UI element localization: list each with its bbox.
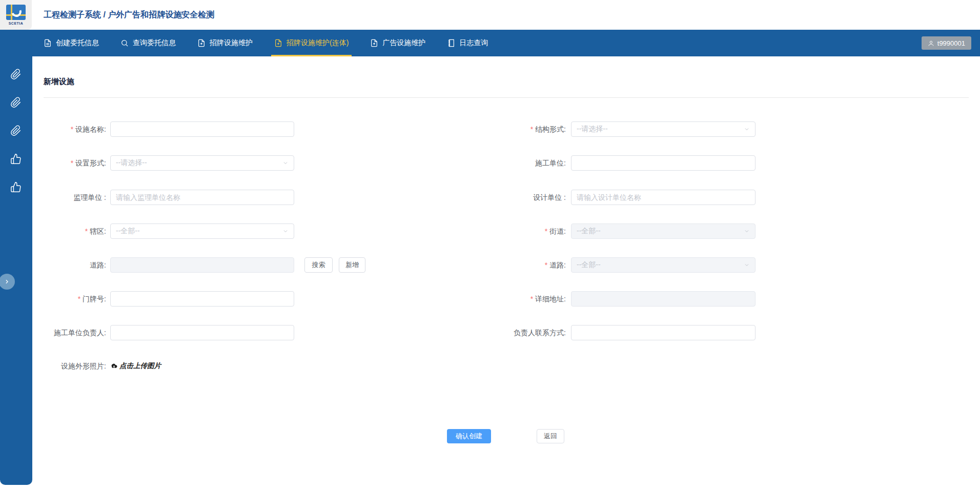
tab-label: 招牌设施维护(连体) — [287, 38, 349, 48]
road-search-button[interactable]: 搜索 — [304, 257, 333, 273]
manager-contact-label: 负责人联系方式: — [463, 325, 566, 340]
tab-create-commission[interactable]: 创建委托信息 — [44, 30, 99, 56]
house-number-label: 门牌号: — [32, 291, 106, 307]
page-title: 新增设施 — [44, 77, 74, 87]
page-breadcrumb-title: 工程检测子系统 / 户外广告和招牌设施安全检测 — [44, 0, 214, 30]
tab-query-commission[interactable]: 查询委托信息 — [120, 30, 176, 56]
tab-label: 日志查询 — [459, 38, 488, 48]
tab-sign-facility-maintain[interactable]: 招牌设施维护 — [197, 30, 253, 56]
form-actions: 确认创建 返回 — [32, 429, 980, 443]
nav-tabs: 创建委托信息 查询委托信息 招牌设施维护 招牌设施维护(连体) 广告设施维护 日… — [44, 30, 488, 56]
structure-type-select[interactable]: --请选择-- — [571, 121, 756, 137]
street-select[interactable]: --全部-- — [571, 223, 756, 239]
street-label: 街道: — [463, 223, 566, 239]
thumb-icon[interactable] — [10, 153, 22, 165]
cloud-upload-icon — [110, 362, 118, 370]
construction-unit-label: 施工单位: — [463, 155, 566, 171]
back-button[interactable]: 返回 — [537, 429, 564, 443]
detail-address-label: 详细地址: — [463, 291, 566, 307]
divider — [44, 97, 969, 98]
header-bar: SCETIA 工程检测子系统 / 户外广告和招牌设施安全检测 — [0, 0, 980, 30]
logo-text: SCETIA — [9, 22, 24, 25]
form-row: 门牌号: 详细地址: — [32, 291, 980, 307]
link-icon[interactable] — [10, 69, 22, 80]
tab-label: 广告设施维护 — [382, 38, 425, 48]
district-label: 辖区: — [32, 223, 106, 239]
setup-type-label: 设置形式: — [32, 155, 106, 171]
main-content: 新增设施 设施名称: 结构形式: --请选择-- 设置形式: --请选择-- 施… — [32, 56, 980, 489]
form-row: 监理单位 : 设计单位 : — [32, 190, 980, 205]
tab-ad-facility-maintain[interactable]: 广告设施维护 — [370, 30, 425, 56]
link-icon[interactable] — [10, 97, 22, 108]
search-icon — [120, 39, 129, 47]
road-add-button[interactable]: 新增 — [339, 257, 365, 273]
user-badge[interactable]: t9990001 — [922, 36, 971, 50]
form-row: 设施名称: 结构形式: --请选择-- — [32, 121, 980, 137]
construction-manager-input[interactable] — [110, 325, 294, 340]
chevron-down-icon — [282, 228, 289, 234]
form-row: 道路: 搜索 新增 道路: --全部-- — [32, 257, 980, 273]
logo-icon — [6, 5, 26, 20]
district-select[interactable]: --全部-- — [110, 223, 294, 239]
facility-name-input[interactable] — [110, 121, 294, 137]
chevron-down-icon — [744, 228, 750, 234]
tab-log-query[interactable]: 日志查询 — [447, 30, 488, 56]
detail-address-input[interactable] — [571, 291, 756, 307]
house-number-input[interactable] — [110, 291, 294, 307]
chevron-down-icon — [744, 126, 750, 132]
design-unit-input[interactable] — [571, 190, 756, 205]
road-label: 道路: — [32, 257, 106, 273]
app-window: SCETIA 工程检测子系统 / 户外广告和招牌设施安全检测 创建委托信息 查询… — [0, 0, 980, 489]
thumb-icon[interactable] — [10, 181, 22, 193]
select-placeholder: --全部-- — [577, 260, 601, 270]
chevron-down-icon — [744, 262, 750, 268]
form-row: 设置形式: --请选择-- 施工单位: — [32, 155, 980, 171]
design-unit-label: 设计单位 : — [463, 190, 566, 205]
facility-name-label: 设施名称: — [32, 121, 106, 137]
construction-manager-label: 施工单位负责人: — [32, 325, 106, 340]
top-navbar: 创建委托信息 查询委托信息 招牌设施维护 招牌设施维护(连体) 广告设施维护 日… — [0, 30, 980, 56]
document-plus-icon — [197, 39, 206, 47]
road-input[interactable] — [110, 257, 294, 273]
upload-link-text: 点击上传图片 — [119, 361, 161, 371]
road-select-label: 道路: — [463, 257, 566, 273]
left-sidebar — [0, 30, 32, 485]
supervision-unit-input[interactable] — [110, 190, 294, 205]
construction-unit-input[interactable] — [571, 155, 756, 171]
document-icon — [44, 39, 52, 47]
manager-contact-input[interactable] — [571, 325, 756, 340]
log-book-icon — [447, 39, 455, 47]
user-icon — [928, 40, 934, 47]
chevron-right-icon — [4, 278, 10, 285]
form-row: 施工单位负责人: 负责人联系方式: — [32, 325, 980, 340]
form-row: 辖区: --全部-- 街道: --全部-- — [32, 223, 980, 239]
tab-label: 招牌设施维护 — [210, 38, 253, 48]
supervision-unit-label: 监理单位 : — [32, 190, 106, 205]
app-logo: SCETIA — [0, 0, 32, 30]
confirm-create-button[interactable]: 确认创建 — [447, 429, 491, 443]
chevron-down-icon — [282, 160, 289, 166]
link-icon[interactable] — [10, 125, 22, 136]
photo-label: 设施外形照片: — [32, 359, 106, 373]
setup-type-select[interactable]: --请选择-- — [110, 155, 294, 171]
document-plus-icon — [274, 39, 282, 47]
structure-type-label: 结构形式: — [463, 121, 566, 137]
username-text: t9990001 — [937, 39, 965, 47]
photo-upload-link[interactable]: 点击上传图片 — [110, 359, 161, 373]
form-row: 设施外形照片: 点击上传图片 — [32, 359, 980, 373]
select-placeholder: --请选择-- — [577, 125, 608, 134]
tab-label: 查询委托信息 — [133, 38, 176, 48]
document-plus-icon — [370, 39, 378, 47]
select-placeholder: --全部-- — [116, 227, 140, 236]
tab-sign-facility-maintain-joined[interactable]: 招牌设施维护(连体) — [274, 30, 349, 56]
road-select[interactable]: --全部-- — [571, 257, 756, 273]
tab-label: 创建委托信息 — [56, 38, 99, 48]
select-placeholder: --全部-- — [577, 227, 601, 236]
sidebar-expand-button[interactable] — [0, 274, 15, 290]
select-placeholder: --请选择-- — [116, 158, 147, 168]
